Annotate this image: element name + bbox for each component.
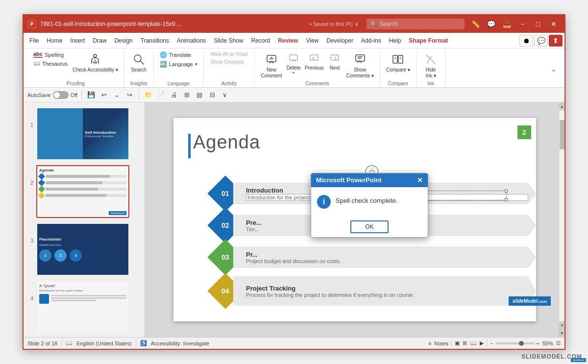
delete-comment-button[interactable]: Delete ▾ xyxy=(285,50,302,76)
menu-review[interactable]: Review xyxy=(274,35,302,46)
reading-view-btn[interactable]: 📖 xyxy=(470,340,477,346)
dialog-footer: OK xyxy=(311,217,428,237)
show-comments-button[interactable]: ShowComments ▾ xyxy=(344,50,376,80)
dialog-info-icon: i xyxy=(317,195,331,209)
menu-addins[interactable]: Add-ins xyxy=(357,35,385,46)
share-icon[interactable]: 📤 xyxy=(500,19,514,29)
more-icon[interactable]: ∨ xyxy=(220,90,230,100)
menu-animations[interactable]: Animations xyxy=(173,35,210,46)
maximize-button[interactable]: □ xyxy=(531,19,545,29)
menu-design[interactable]: Design xyxy=(110,35,136,46)
new-file-icon[interactable]: 📄 xyxy=(156,90,167,100)
zoom-track[interactable] xyxy=(495,342,535,344)
slide-number-3: 3 xyxy=(26,238,33,243)
scroll-down-button[interactable]: ▾ xyxy=(559,321,565,329)
dialog-title: Microsoft PowerPoint xyxy=(316,176,382,184)
normal-view-btn[interactable]: ▣ xyxy=(455,340,460,346)
vertical-scrollbar[interactable]: ▲ ▾ ▼ xyxy=(559,102,564,337)
open-folder-icon[interactable]: 📁 xyxy=(143,90,154,100)
ribbon-group-comments: NewComment Delete ▾ xyxy=(255,50,380,87)
pen-icon[interactable]: ✏️ xyxy=(468,19,482,29)
zoom-slider[interactable]: − + xyxy=(490,340,539,346)
undo-dropdown[interactable]: ⌄ xyxy=(111,90,122,100)
svg-text:P: P xyxy=(30,22,34,27)
next-comment-button[interactable]: Next xyxy=(326,50,343,72)
spelling-button[interactable]: abc Spelling xyxy=(31,50,70,59)
minimize-button[interactable]: − xyxy=(515,19,529,29)
comment-btn-menu[interactable]: 💬 xyxy=(534,35,548,47)
ribbon-expand-button[interactable]: ⌄ xyxy=(549,64,559,74)
save-icon[interactable]: 💾 xyxy=(86,90,97,100)
slide-thumbnail-3[interactable]: 3 Placeholder Subtitle text here 1 2 3 xyxy=(25,222,143,277)
autosave-toggle[interactable] xyxy=(53,91,69,99)
menu-shape-format[interactable]: Shape Format xyxy=(405,35,452,46)
menu-home[interactable]: Home xyxy=(43,35,66,46)
zoom-in-btn[interactable]: + xyxy=(537,340,539,346)
slide-panel[interactable]: 1 Self Introduction Professional Templat… xyxy=(24,102,145,337)
previous-label: Previous xyxy=(305,65,324,71)
slide-thumbnail-1[interactable]: 1 Self Introduction Professional Templat… xyxy=(25,106,143,161)
redo-button[interactable]: ↪ xyxy=(124,90,135,100)
check-accessibility-button[interactable]: Check Accessibility ▾ xyxy=(71,50,120,74)
menu-help[interactable]: Help xyxy=(385,35,405,46)
slide-thumbnail-4[interactable]: 4 A "Quote" Placeholder text for quote s… xyxy=(25,280,143,335)
scroll-page-down-button[interactable]: ▼ xyxy=(559,329,565,337)
autosave-state: Off xyxy=(71,92,77,98)
slide-image-1[interactable]: Self Introduction Professional Template xyxy=(36,107,129,160)
print-preview-icon[interactable]: 🖨 xyxy=(169,90,179,100)
slide-editing-area[interactable]: Agenda 2 01 Intro xyxy=(145,102,564,337)
slide-count: Slide 2 of 18 xyxy=(27,340,57,346)
hide-ink-button[interactable]: HideInk ▾ xyxy=(421,50,441,80)
slideshow-btn[interactable]: ▶ xyxy=(480,340,484,346)
fit-slide-btn[interactable]: ⊡ xyxy=(556,340,561,346)
language-label: Language xyxy=(169,61,193,67)
dialog-close-button[interactable]: ✕ xyxy=(417,176,423,184)
notes-label[interactable]: Notes xyxy=(434,340,448,346)
language-button[interactable]: 🔤 Language ▾ xyxy=(158,60,199,69)
menu-developer[interactable]: Developer xyxy=(322,35,357,46)
scroll-up-button[interactable]: ▲ xyxy=(559,102,565,110)
show-changes-button[interactable]: Show Changes xyxy=(208,58,251,66)
record-btn[interactable]: ⏺ xyxy=(519,35,533,47)
show-comments-icon xyxy=(354,51,366,67)
slide-image-4[interactable]: A "Quote" Placeholder text for quote sec… xyxy=(36,281,129,334)
undo-button[interactable]: ↩ xyxy=(98,90,109,100)
comment-icon[interactable]: 💬 xyxy=(484,19,498,29)
thesaurus-label: Thesaurus xyxy=(42,61,68,67)
hide-ink-icon xyxy=(425,51,437,67)
scroll-track[interactable] xyxy=(559,110,564,321)
menu-draw[interactable]: Draw xyxy=(89,35,110,46)
previous-comment-button[interactable]: Previous xyxy=(303,50,325,72)
grid-icon[interactable]: ⊞ xyxy=(181,90,192,100)
menu-record[interactable]: Record xyxy=(247,35,274,46)
search-input[interactable] xyxy=(379,21,458,27)
close-button[interactable]: ✕ xyxy=(547,19,561,29)
zoom-out-btn[interactable]: − xyxy=(490,340,493,346)
share-btn-menu[interactable]: ⬆ xyxy=(549,35,563,47)
dialog-ok-button[interactable]: OK xyxy=(350,220,388,233)
slide-thumbnail-2[interactable]: 2 Agenda xyxy=(25,164,143,219)
new-comment-button[interactable]: NewComment xyxy=(259,50,284,80)
notes-icon[interactable]: ≡ xyxy=(428,340,431,346)
proofing-group-label: Proofing xyxy=(31,81,120,86)
slide-image-3[interactable]: Placeholder Subtitle text here 1 2 3 xyxy=(36,223,129,276)
menu-insert[interactable]: Insert xyxy=(66,35,89,46)
translate-button[interactable]: 🌐 Translate xyxy=(158,50,199,59)
menu-slideshow[interactable]: Slide Show xyxy=(210,35,247,46)
slide-number-2: 2 xyxy=(26,180,33,186)
scroll-thumb[interactable] xyxy=(560,120,564,149)
slide-sorter-btn[interactable]: ⊞ xyxy=(463,340,467,346)
mark-all-button[interactable]: Mark All as Read xyxy=(208,50,251,58)
search-box[interactable]: 🔍 xyxy=(367,19,465,29)
thesaurus-button[interactable]: 📖 Thesaurus xyxy=(31,59,70,68)
align-icon[interactable]: ⊟ xyxy=(207,90,218,100)
menu-transitions[interactable]: Transitions xyxy=(137,35,173,46)
language-content: 🌐 Translate 🔤 Language ▾ xyxy=(158,50,199,80)
slide-image-2[interactable]: Agenda xyxy=(36,165,129,218)
layout-icon[interactable]: ▤ xyxy=(194,90,205,100)
compare-button[interactable]: Compare ▾ xyxy=(384,50,412,74)
menu-view[interactable]: View xyxy=(302,35,322,46)
menu-file[interactable]: File xyxy=(25,35,43,46)
search-button[interactable]: Search xyxy=(129,50,148,74)
activity-content: Mark All as Read Show Changes xyxy=(208,50,251,80)
